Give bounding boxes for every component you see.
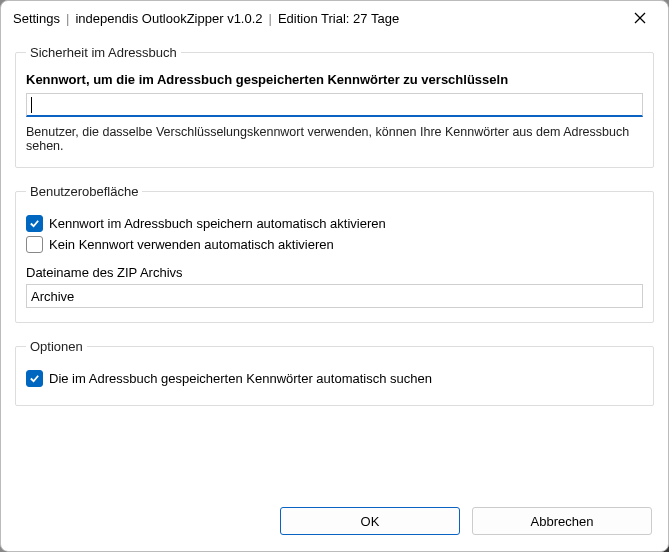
password-label: Kennwort, um die im Adressbuch gespeiche… bbox=[26, 72, 643, 87]
cancel-button[interactable]: Abbrechen bbox=[472, 507, 652, 535]
titlebar: Settings | independis OutlookZipper v1.0… bbox=[1, 1, 668, 35]
checkbox-icon bbox=[26, 236, 43, 253]
password-hint: Benutzer, die dasselbe Verschlüsselungsk… bbox=[26, 125, 643, 153]
checkbox-icon bbox=[26, 370, 43, 387]
button-row: OK Abbrechen bbox=[15, 499, 654, 539]
check-icon bbox=[29, 373, 40, 384]
ok-button[interactable]: OK bbox=[280, 507, 460, 535]
group-security-legend: Sicherheit im Adressbuch bbox=[26, 45, 181, 60]
group-ui: Benutzerobefläche Kennwort im Adressbuch… bbox=[15, 184, 654, 323]
group-options: Optionen Die im Adressbuch gespeicherten… bbox=[15, 339, 654, 406]
group-security: Sicherheit im Adressbuch Kennwort, um di… bbox=[15, 45, 654, 168]
close-button[interactable] bbox=[620, 4, 660, 32]
titlebar-settings-label: Settings bbox=[13, 11, 60, 26]
checkbox-autosearch[interactable]: Die im Adressbuch gespeicherten Kennwört… bbox=[26, 370, 643, 387]
checkbox-label: Kennwort im Adressbuch speichern automat… bbox=[49, 216, 386, 231]
zip-filename-label: Dateiname des ZIP Archivs bbox=[26, 265, 643, 280]
group-options-legend: Optionen bbox=[26, 339, 87, 354]
content-area: Sicherheit im Adressbuch Kennwort, um di… bbox=[1, 35, 668, 551]
checkbox-icon bbox=[26, 215, 43, 232]
checkbox-no-password[interactable]: Kein Kennwort verwenden automatisch akti… bbox=[26, 236, 643, 253]
group-ui-legend: Benutzerobefläche bbox=[26, 184, 142, 199]
checkbox-label: Die im Adressbuch gespeicherten Kennwört… bbox=[49, 371, 432, 386]
titlebar-edition-label: Edition Trial: 27 Tage bbox=[278, 11, 399, 26]
text-cursor bbox=[31, 97, 32, 113]
separator: | bbox=[269, 11, 272, 26]
titlebar-app-label: independis OutlookZipper v1.0.2 bbox=[75, 11, 262, 26]
password-input[interactable] bbox=[26, 93, 643, 117]
settings-dialog: Settings | independis OutlookZipper v1.0… bbox=[0, 0, 669, 552]
checkbox-store-password[interactable]: Kennwort im Adressbuch speichern automat… bbox=[26, 215, 643, 232]
close-icon bbox=[634, 12, 646, 24]
check-icon bbox=[29, 218, 40, 229]
checkbox-label: Kein Kennwort verwenden automatisch akti… bbox=[49, 237, 334, 252]
separator: | bbox=[66, 11, 69, 26]
zip-filename-input[interactable] bbox=[26, 284, 643, 308]
